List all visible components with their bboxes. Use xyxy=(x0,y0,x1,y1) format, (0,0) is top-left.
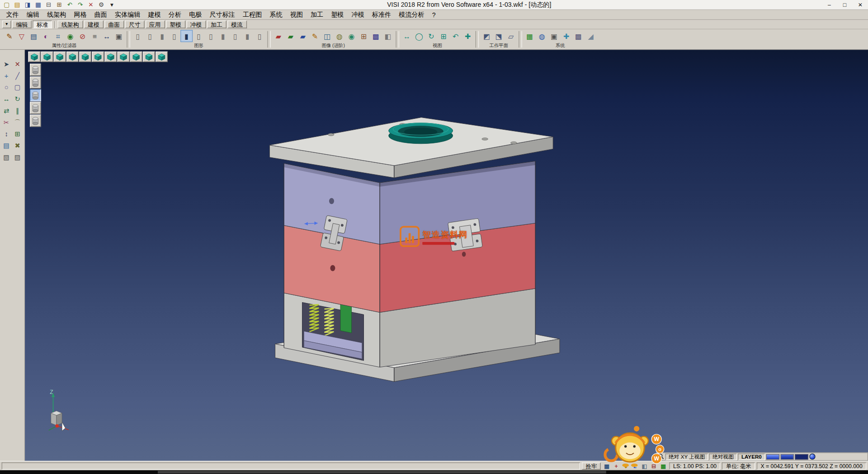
ramp-icon[interactable]: ◢ xyxy=(585,30,597,42)
menu-dimension[interactable]: 尺寸标注 xyxy=(206,10,239,19)
rect-icon[interactable]: ▢ xyxy=(12,82,23,93)
move-icon[interactable]: ↔ xyxy=(1,94,11,104)
view-top-icon[interactable] xyxy=(41,52,53,62)
menu-modeling[interactable]: 建模 xyxy=(144,10,165,19)
delete-icon[interactable]: ✕ xyxy=(86,0,96,9)
layer-view-5-icon[interactable] xyxy=(30,114,41,127)
array-icon[interactable]: ⊞ xyxy=(12,128,23,139)
tab-wireframe[interactable]: 线架构 xyxy=(57,20,83,28)
workplane-free-icon[interactable]: ▱ xyxy=(505,30,517,42)
mask-icon[interactable]: ◧ xyxy=(382,30,394,42)
print-icon[interactable]: ⊟ xyxy=(44,0,54,9)
pan-view-icon[interactable]: ↔ xyxy=(401,30,413,42)
plot-icon[interactable]: ⊞ xyxy=(54,0,64,9)
menu-drawing[interactable]: 工程图 xyxy=(239,10,265,19)
circle-icon[interactable]: ○ xyxy=(1,82,11,93)
screen-config-icon[interactable]: ▣ xyxy=(548,30,560,42)
menu-mould[interactable]: 塑模 xyxy=(327,10,348,19)
layers-icon[interactable]: ▤ xyxy=(1,140,11,151)
section-display-icon[interactable]: ▯ xyxy=(205,30,217,42)
advanced-grid-icon[interactable]: ▩ xyxy=(370,30,382,42)
world-icon[interactable]: ◍ xyxy=(536,30,548,42)
tab-flow[interactable]: 模流 xyxy=(227,20,247,28)
info-filter-icon[interactable]: ≡ xyxy=(89,30,101,42)
save-all-icon[interactable]: ▦ xyxy=(33,0,43,9)
new-file-icon[interactable]: ▢ xyxy=(2,0,12,9)
fillet-icon[interactable]: ⌒ xyxy=(12,117,23,128)
menu-surface[interactable]: 曲面 xyxy=(90,10,111,19)
menu-electrode[interactable]: 电极 xyxy=(185,10,206,19)
save-icon[interactable]: ◨ xyxy=(23,0,33,9)
viewport-3d[interactable]: 智造资料网 Z xyxy=(25,50,868,461)
menu-standard-parts[interactable]: 标准件 xyxy=(368,10,395,19)
menu-help[interactable]: ? xyxy=(428,11,439,19)
matrix-icon[interactable]: ▩ xyxy=(572,30,585,42)
view-bottom-icon[interactable] xyxy=(54,52,66,62)
menu-analysis[interactable]: 分析 xyxy=(165,10,185,19)
layer-view-1-icon[interactable] xyxy=(30,64,41,76)
sketch-pencil-icon[interactable]: ✎ xyxy=(309,30,321,42)
menu-wireframe[interactable]: 线架构 xyxy=(43,10,70,19)
tab-die[interactable]: 冲模 xyxy=(186,20,206,28)
render-sphere-icon[interactable] xyxy=(809,454,815,460)
view-iso-se-icon[interactable] xyxy=(143,52,155,62)
transparency-display-icon[interactable]: ▯ xyxy=(193,30,205,42)
rotate-view-icon[interactable]: ↻ xyxy=(425,30,437,42)
shaded-edges-display-icon[interactable]: ▯ xyxy=(168,30,180,42)
active-layer-field[interactable]: LAYER0 xyxy=(738,453,765,460)
shaded-display-icon[interactable]: ▮ xyxy=(156,30,168,42)
menu-mesh[interactable]: 网格 xyxy=(70,10,90,19)
snap-settings-icon[interactable]: ✚ xyxy=(560,30,572,42)
previous-view-icon[interactable]: ↶ xyxy=(449,30,462,42)
group-icon[interactable]: ▧ xyxy=(1,152,11,163)
tab-machining[interactable]: 加工 xyxy=(207,20,226,28)
dynamic-hidden-display-icon[interactable]: ▮ xyxy=(180,30,193,42)
view-mode-field[interactable]: 绝对 XY 上视图 xyxy=(665,453,708,460)
measure-icon[interactable]: ↕ xyxy=(1,128,11,139)
undo-icon[interactable]: ↶ xyxy=(65,0,75,9)
tab-edit[interactable]: 编辑 xyxy=(12,20,32,28)
render-green-icon[interactable]: ▰ xyxy=(284,30,297,42)
point-icon[interactable]: + xyxy=(1,71,11,81)
perspective-display-icon[interactable]: ▮ xyxy=(217,30,229,42)
tab-modeling[interactable]: 建模 xyxy=(84,20,104,28)
layer-swatch-3[interactable] xyxy=(795,454,808,459)
render-blue-icon[interactable]: ▰ xyxy=(297,30,309,42)
refresh-view-icon[interactable]: ✚ xyxy=(462,30,474,42)
layer-swatch-1[interactable] xyxy=(766,454,779,459)
layer-view-4-icon[interactable] xyxy=(30,102,41,114)
menu-die[interactable]: 冲模 xyxy=(348,10,368,19)
visibility-filter-icon[interactable]: ◉ xyxy=(64,30,76,42)
view-iso-nw-icon[interactable] xyxy=(130,52,142,62)
rotate-icon[interactable]: ↻ xyxy=(12,94,23,104)
erase-icon[interactable]: ✕ xyxy=(12,59,23,70)
select-icon[interactable]: ➤ xyxy=(1,59,11,70)
zoom-view-icon[interactable]: ◯ xyxy=(413,30,425,42)
minimize-button[interactable]: – xyxy=(821,0,837,10)
menu-machining[interactable]: 加工 xyxy=(307,10,327,19)
layer-view-3-icon[interactable] xyxy=(30,89,41,101)
capture-icon[interactable]: ⊞ xyxy=(358,30,370,42)
menu-solid-edit[interactable]: 实体编辑 xyxy=(111,10,144,19)
tab-standard[interactable]: 标准 xyxy=(33,20,52,28)
explode-icon[interactable]: ✖ xyxy=(12,140,23,151)
attribute-wand-icon[interactable]: ✎ xyxy=(3,30,15,42)
lock-toggle-button[interactable]: 拴牢 xyxy=(582,462,601,469)
shadow-display-icon[interactable]: ▯ xyxy=(229,30,241,42)
view-iso-ne-icon[interactable] xyxy=(118,52,130,62)
filter-funnel-icon[interactable]: ▽ xyxy=(15,30,28,42)
view-back-icon[interactable] xyxy=(79,52,91,62)
background-display-icon[interactable]: ▯ xyxy=(254,30,266,42)
wireframe-display-icon[interactable]: ▯ xyxy=(132,30,144,42)
element-filter-icon[interactable]: ⌗ xyxy=(52,30,64,42)
properties-icon[interactable]: ▣ xyxy=(113,30,125,42)
redo-icon[interactable]: ↷ xyxy=(75,0,85,9)
open-file-icon[interactable]: ▤ xyxy=(12,0,22,9)
close-button[interactable]: ✕ xyxy=(853,0,868,10)
render-red-icon[interactable]: ▰ xyxy=(272,30,284,42)
texture-icon[interactable]: ◫ xyxy=(321,30,333,42)
menu-view[interactable]: 视图 xyxy=(286,10,307,19)
absolute-view-field[interactable]: 绝对视图 xyxy=(709,453,737,460)
line-icon[interactable]: ╱ xyxy=(12,71,23,81)
hidden-line-display-icon[interactable]: ▯ xyxy=(144,30,156,42)
